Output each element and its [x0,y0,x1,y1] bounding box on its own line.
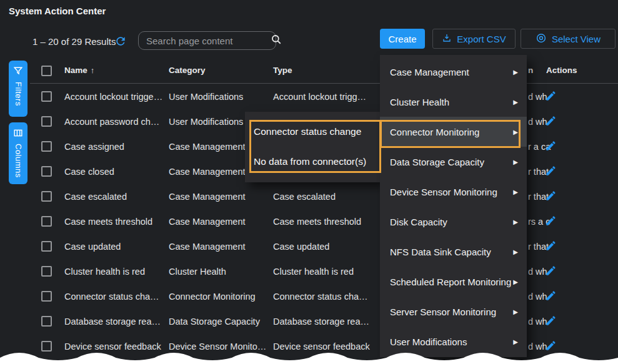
menu-item-connector-monitoring[interactable]: Connector Monitoring ▶ [380,117,527,147]
caret-right-icon: ▶ [513,248,518,255]
menu-item-disk-capacity[interactable]: Disk Capacity ▶ [380,207,527,237]
header-actions: Actions [546,66,577,75]
search-icon [271,34,282,47]
row-checkbox[interactable] [41,91,52,102]
create-button[interactable]: Create [380,29,425,49]
edit-pencil-icon[interactable] [545,190,557,202]
row-checkbox[interactable] [41,191,52,202]
row-checkbox[interactable] [41,141,52,152]
caret-right-icon: ▶ [513,159,518,165]
filter-icon [14,66,22,77]
cell-name: Database storage rea… [64,317,161,327]
edit-pencil-icon[interactable] [545,165,557,177]
cell-type: Device sensor feedback [273,342,370,352]
system-action-center-window: System Action Center 1 – 20 of 29 Result… [0,0,618,364]
search-input[interactable] [146,36,271,46]
menu-item-server-sensor-monitoring[interactable]: Server Sensor Monitoring ▶ [380,297,527,327]
cell-type: Database storage rea… [273,317,369,327]
cell-category: Data Storage Capacity [169,317,260,327]
search-box [138,31,276,50]
caret-right-icon: ▶ [513,99,518,106]
cell-type: Case meets threshold [273,217,361,227]
submenu-item-connector-status-change[interactable]: Connector status change [245,117,381,147]
menu-item-case-management[interactable]: Case Management ▶ [380,57,527,87]
edit-pencil-icon[interactable] [545,215,557,227]
edit-pencil-icon[interactable] [545,265,557,277]
edit-pencil-icon[interactable] [545,140,557,152]
select-all-checkbox[interactable] [41,66,52,76]
cell-type: Connector status cha… [273,292,368,302]
edit-pencil-icon[interactable] [545,115,557,127]
cell-name: Case closed [64,167,114,177]
refresh-icon [114,35,127,50]
columns-icon [14,128,22,139]
menu-item-data-storage-capacity[interactable]: Data Storage Capacity ▶ [380,147,527,177]
caret-right-icon: ▶ [513,129,518,135]
cell-category: Device Sensor Monito… [169,342,266,352]
filters-tab-label: Filters [14,82,23,106]
menu-item-nfs-data-sink-capacity[interactable]: NFS Data Sink Capacity ▶ [380,237,527,267]
menu-item-cluster-health[interactable]: Cluster Health ▶ [380,87,527,117]
cell-name: Case meets threshold [64,217,152,227]
caret-right-icon: ▶ [513,69,518,76]
header-category[interactable]: Category [169,66,206,75]
cell-type: Account lockout trigg… [273,92,366,102]
cell-name: Account password ch… [64,117,159,127]
cell-category: Case Management [169,217,246,227]
edit-pencil-icon[interactable] [545,90,557,102]
cell-category: Case Management [169,242,246,252]
menu-item-user-modifications[interactable]: User Modifications ▶ [380,327,527,357]
create-button-label: Create [388,34,416,44]
cell-category: Case Management [169,167,246,177]
caret-right-icon: ▶ [513,308,518,315]
download-icon [442,33,452,45]
select-view-label: Select View [552,34,601,44]
columns-tab-label: Columns [14,144,23,178]
menu-item-device-sensor-monitoring[interactable]: Device Sensor Monitoring ▶ [380,177,527,207]
row-checkbox[interactable] [41,116,52,127]
cell-name: Cluster health is red [64,267,145,277]
cell-name: Connector status cha… [64,292,159,302]
edit-pencil-icon[interactable] [545,340,557,352]
caret-right-icon: ▶ [513,219,518,225]
columns-tab[interactable]: Columns [9,122,27,184]
row-checkbox[interactable] [41,241,52,252]
cell-name: Case escalated [64,192,127,202]
eye-icon [536,32,547,46]
cell-category: User Modifications [169,117,243,127]
cell-type: Case escalated [273,192,336,202]
row-checkbox[interactable] [41,341,52,352]
export-csv-button[interactable]: Export CSV [432,29,516,49]
select-view-button[interactable]: Select View [521,29,616,49]
caret-right-icon: ▶ [513,278,518,285]
sort-ascending-icon: ↑ [91,66,95,75]
header-name[interactable]: Name↑ [64,66,94,75]
row-checkbox[interactable] [41,266,52,277]
cell-name: Case updated [64,242,121,252]
edit-pencil-icon[interactable] [545,290,557,302]
filters-tab[interactable]: Filters [9,61,27,117]
cell-category: Case Management [169,142,246,152]
cell-category: Case Management [169,192,246,202]
row-checkbox[interactable] [41,216,52,227]
caret-right-icon: ▶ [513,338,518,345]
caret-right-icon: ▶ [513,189,518,195]
cell-category: Connector Monitoring [169,292,256,302]
cell-name: Account lockout trigge… [64,92,162,102]
cell-type: Case updated [273,242,329,252]
cell-name: Device sensor feedback [64,342,161,352]
edit-pencil-icon[interactable] [545,240,557,252]
menu-item-scheduled-report-monitoring[interactable]: Scheduled Report Monitoring ▶ [380,267,527,297]
create-dropdown-menu: Case Management ▶ Cluster Health ▶ Conne… [380,55,527,357]
edit-pencil-icon[interactable] [545,315,557,327]
refresh-button[interactable] [114,35,127,47]
header-type[interactable]: Type [273,66,292,75]
row-checkbox[interactable] [41,316,52,327]
results-count: 1 – 20 of 29 Results [32,36,116,47]
header-description-partial: n [528,66,533,75]
row-checkbox[interactable] [41,166,52,177]
submenu-item-no-data-from-connectors[interactable]: No data from connector(s) [245,147,381,177]
row-checkbox[interactable] [41,291,52,302]
page-title: System Action Center [9,6,106,16]
connector-monitoring-submenu: Connector status change No data from con… [245,112,381,182]
